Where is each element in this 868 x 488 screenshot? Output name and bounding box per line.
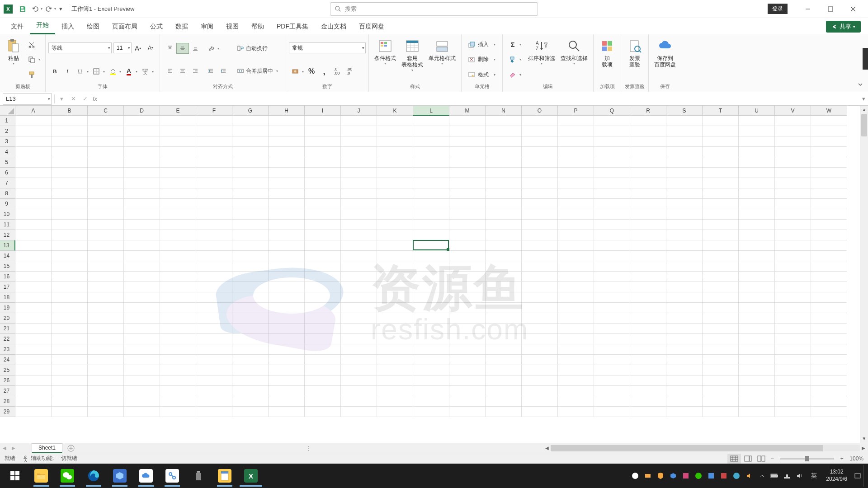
cell[interactable]	[486, 261, 522, 272]
cell[interactable]	[594, 282, 630, 292]
cell[interactable]	[196, 157, 232, 168]
cell[interactable]	[160, 188, 196, 199]
cell[interactable]	[88, 292, 124, 303]
cell[interactable]	[88, 178, 124, 188]
cell[interactable]	[160, 313, 196, 324]
cell[interactable]	[739, 313, 775, 324]
cell[interactable]	[232, 230, 269, 240]
sheet-nav-prev[interactable]: ◀	[0, 443, 9, 453]
cell[interactable]	[666, 136, 703, 147]
cell[interactable]	[666, 303, 703, 313]
cell[interactable]	[449, 334, 486, 344]
cell[interactable]	[160, 178, 196, 188]
col-header-F[interactable]: F	[196, 106, 232, 116]
tab-wps-docs[interactable]: 金山文档	[315, 19, 353, 34]
cell[interactable]	[522, 365, 558, 375]
cell[interactable]	[739, 240, 775, 251]
cell[interactable]	[341, 147, 377, 157]
cell[interactable]	[666, 178, 703, 188]
col-header-G[interactable]: G	[232, 106, 269, 116]
cell[interactable]	[269, 168, 305, 178]
fx-label[interactable]: fx	[93, 95, 97, 102]
cell[interactable]	[449, 313, 486, 324]
cell[interactable]	[594, 136, 630, 147]
cell[interactable]	[775, 261, 811, 272]
redo-dropdown-icon[interactable]: ▾	[54, 7, 56, 11]
cell[interactable]	[160, 126, 196, 136]
row-header-19[interactable]: 19	[0, 303, 15, 313]
vertical-scroll-thumb[interactable]	[861, 114, 867, 136]
cell[interactable]	[196, 199, 232, 209]
cell[interactable]	[52, 240, 88, 251]
cell[interactable]	[341, 209, 377, 220]
cell[interactable]	[666, 126, 703, 136]
cell[interactable]	[594, 199, 630, 209]
cell[interactable]	[703, 178, 739, 188]
cell[interactable]	[522, 407, 558, 417]
cell[interactable]	[486, 324, 522, 334]
cell[interactable]	[630, 261, 666, 272]
cell[interactable]	[811, 188, 847, 199]
cell[interactable]	[160, 355, 196, 365]
cell[interactable]	[522, 344, 558, 355]
cell[interactable]	[739, 365, 775, 375]
vertical-scrollbar[interactable]: ▲ ▼	[860, 106, 868, 443]
cell[interactable]	[160, 168, 196, 178]
col-header-R[interactable]: R	[630, 106, 666, 116]
tab-help[interactable]: 帮助	[245, 19, 270, 34]
zoom-slider[interactable]	[780, 458, 834, 460]
col-header-P[interactable]: P	[558, 106, 594, 116]
increase-indent-button[interactable]	[217, 66, 230, 76]
col-header-N[interactable]: N	[486, 106, 522, 116]
cell[interactable]	[269, 334, 305, 344]
cell[interactable]	[160, 334, 196, 344]
select-all-button[interactable]	[0, 106, 15, 116]
bold-button[interactable]: B	[48, 66, 61, 77]
cell[interactable]	[486, 168, 522, 178]
col-header-D[interactable]: D	[124, 106, 160, 116]
cell[interactable]	[52, 303, 88, 313]
font-color-button[interactable]: A	[123, 66, 135, 77]
cell[interactable]	[15, 188, 52, 199]
cell[interactable]	[232, 324, 269, 334]
col-header-B[interactable]: B	[52, 106, 88, 116]
cell[interactable]	[558, 396, 594, 407]
cell[interactable]	[196, 126, 232, 136]
cell[interactable]	[305, 272, 341, 282]
cell[interactable]	[341, 188, 377, 199]
cell[interactable]	[160, 147, 196, 157]
cell[interactable]	[305, 292, 341, 303]
cell[interactable]	[341, 178, 377, 188]
cell[interactable]	[269, 240, 305, 251]
cell[interactable]	[160, 261, 196, 272]
cell[interactable]	[522, 199, 558, 209]
cell[interactable]	[305, 199, 341, 209]
cell[interactable]	[703, 230, 739, 240]
cell[interactable]	[196, 386, 232, 396]
cell[interactable]	[124, 313, 160, 324]
cell[interactable]	[486, 178, 522, 188]
column-headers[interactable]: ABCDEFGHIJKLMNOPQRSTUVW	[15, 106, 860, 116]
cell[interactable]	[522, 386, 558, 396]
cell[interactable]	[196, 116, 232, 126]
cell[interactable]	[305, 230, 341, 240]
cell[interactable]	[377, 407, 413, 417]
cell[interactable]	[486, 407, 522, 417]
cell[interactable]	[594, 209, 630, 220]
cell[interactable]	[196, 375, 232, 386]
cell[interactable]	[305, 407, 341, 417]
cell[interactable]	[15, 261, 52, 272]
col-header-A[interactable]: A	[15, 106, 52, 116]
cell[interactable]	[160, 396, 196, 407]
cell[interactable]	[377, 199, 413, 209]
cell[interactable]	[88, 230, 124, 240]
cell[interactable]	[15, 407, 52, 417]
tray-ime[interactable]: 英	[806, 465, 821, 487]
cell[interactable]	[232, 282, 269, 292]
cell[interactable]	[269, 407, 305, 417]
cell[interactable]	[558, 324, 594, 334]
cell[interactable]	[703, 126, 739, 136]
cell[interactable]	[558, 220, 594, 230]
cell[interactable]	[88, 261, 124, 272]
tray-icon-5[interactable]	[679, 465, 692, 487]
